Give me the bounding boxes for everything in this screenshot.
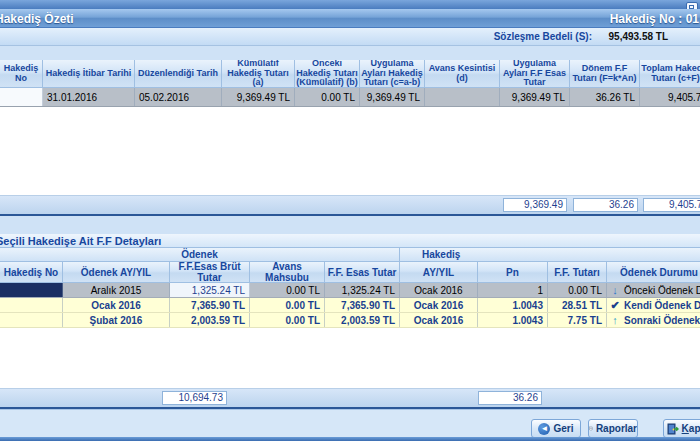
close-button[interactable]: Kapat xyxy=(663,419,700,438)
hakedis-grid-summary-row: 9,369.49 36.26 9,405.75 xyxy=(0,196,700,214)
cell-avans-mahsubu: 0.00 TL xyxy=(250,283,325,297)
window-background xyxy=(0,216,700,234)
window-top-strip xyxy=(0,0,700,9)
cell-hakedis-no xyxy=(0,313,63,327)
column-header-avans-mahsubu[interactable]: Avans Mahsubu xyxy=(250,262,325,283)
cell-odenek-durumu: ↓ Önceki Ödenek Diliminde xyxy=(607,283,700,297)
cell-ayyil: Ocak 2016 xyxy=(400,313,478,327)
reports-button[interactable]: Raporlar xyxy=(588,419,638,438)
title-bar: Hakediş Özeti Hakediş No : 01 xyxy=(0,9,700,28)
column-header-ff-tutari[interactable]: F.F. Tutarı xyxy=(548,262,607,283)
column-header-ff-esas-tutar[interactable]: Uygulama Ayları F.F Esas Tutar xyxy=(500,60,570,88)
back-arrow-icon: ◄ xyxy=(538,423,550,435)
column-header-hakedis-no-2[interactable]: Hakediş No xyxy=(0,262,63,283)
cell-pn: 1.0043 xyxy=(478,298,548,312)
up-arrow-icon: ↑ xyxy=(609,313,621,327)
column-header-uygulama-tutar[interactable]: Uygulama Ayları Hakediş Tutarı (c=a-b) xyxy=(360,60,425,88)
cell-odenek-ayyil: Aralık 2015 xyxy=(63,283,170,297)
contract-toolbar: Sözleşme Bedeli (S): 95,493.58 TL xyxy=(0,28,700,46)
cell-hakedis-no xyxy=(0,283,63,297)
cell-pn: 1 xyxy=(478,283,548,297)
column-header-onceki-tutar[interactable]: Önceki Hakediş Tutarı (Kümülatif) (b) xyxy=(295,60,360,88)
cell-pn: 1.0043 xyxy=(478,313,548,327)
ff-details-section-title: Seçili Hakedişe Ait F.F Detayları xyxy=(0,234,700,248)
hakedis-grid-selected-row[interactable]: 31.01.2016 05.02.2016 9,369.49 TL 0.00 T… xyxy=(0,88,700,107)
cell-odenek-durumu: ↑ Sonraki Ödenek Diliminde xyxy=(607,313,700,327)
cell-avans-mahsubu: 0.00 TL xyxy=(250,298,325,312)
column-header-toplam-tutar[interactable]: Toplam Hakediş Tutarı (c+F) xyxy=(640,60,700,88)
cell-uygulama-tutar: 9,369.49 TL xyxy=(360,88,425,106)
ff-grid-row-ocak-2016[interactable]: Ocak 2016 7,365.90 TL 0.00 TL 7,365.90 T… xyxy=(0,298,700,313)
page-title: Hakediş Özeti xyxy=(0,12,74,26)
cell-avans-mahsubu: 0.00 TL xyxy=(250,313,325,327)
column-header-ff-esas-brut[interactable]: F.F.Esas Brüt Tutar xyxy=(170,262,250,283)
summary-donem-ff-total: 36.26 xyxy=(573,198,638,212)
column-header-itibar-tarihi[interactable]: Hakediş İtibar Tarihi xyxy=(43,60,135,88)
title-hakedis-no: Hakediş No : 01 xyxy=(610,12,699,26)
cell-brut-tutar: 2,003.59 TL xyxy=(170,313,250,327)
column-header-hakedis-no[interactable]: Hakediş No xyxy=(0,60,43,88)
cell-kumulatif-tutar: 9,369.49 TL xyxy=(222,88,295,106)
column-header-ayyil[interactable]: AY/YIL xyxy=(400,262,478,283)
column-header-duzenlendigi-tarih[interactable]: Düzenlendiği Tarih xyxy=(135,60,222,88)
ff-grid-summary-row: 10,694.73 36.26 xyxy=(0,389,700,407)
down-arrow-icon: ↓ xyxy=(609,283,621,297)
cell-hakedis-no xyxy=(0,88,43,106)
check-icon: ✔ xyxy=(609,298,621,312)
column-header-donem-ff[interactable]: Dönem F.F Tutarı (F=k*An) xyxy=(570,60,640,88)
contract-amount-value: 95,493.58 TL xyxy=(609,31,668,42)
window-bottom-strip xyxy=(0,437,700,441)
odenek-durumu-text: Önceki Ödenek Diliminde xyxy=(624,283,700,297)
cell-ff-tutari: 28.51 TL xyxy=(548,298,607,312)
summary-brut-total: 10,694.73 xyxy=(162,391,227,405)
exit-door-icon xyxy=(667,423,679,435)
cell-odenek-ayyil: Ocak 2016 xyxy=(63,298,170,312)
cell-duzenlendigi-tarih: 05.02.2016 xyxy=(135,88,222,106)
column-header-kumulatif-tutar[interactable]: Kümülatif Hakediş Tutarı (a) xyxy=(222,60,295,88)
column-header-odenek-durumu[interactable]: Ödenek Durumu xyxy=(607,262,700,283)
cell-esas-tutar: 2,003.59 TL xyxy=(325,313,400,327)
cell-ayyil: Ocak 2016 xyxy=(400,283,478,297)
printer-icon xyxy=(589,423,593,434)
band-header-hakedis[interactable]: Hakediş xyxy=(400,248,700,262)
cell-donem-ff: 36.26 TL xyxy=(570,88,640,106)
summary-toplam-total: 9,405.75 xyxy=(643,198,700,212)
column-header-avans-kesintisi[interactable]: Avans Kesintisi (d) xyxy=(425,60,500,88)
footer-bar: ◄ Geri Raporlar Kapat xyxy=(0,409,700,437)
ff-grid-row-aralik-2015[interactable]: Aralık 2015 1,325.24 TL 0.00 TL 1,325.24… xyxy=(0,283,700,298)
cell-brut-tutar: 7,365.90 TL xyxy=(170,298,250,312)
cell-hakedis-no xyxy=(0,298,63,312)
odenek-durumu-text: Kendi Ödenek Diliminde xyxy=(624,298,700,312)
ff-grid-empty-area xyxy=(0,328,700,389)
odenek-durumu-text: Sonraki Ödenek Diliminde xyxy=(624,313,700,327)
cell-odenek-ayyil: Şubat 2016 xyxy=(63,313,170,327)
cell-avans-kesintisi xyxy=(425,88,500,106)
ff-grid-header: Hakediş No Ödenek AY/YIL F.F.Esas Brüt T… xyxy=(0,262,700,283)
back-button[interactable]: ◄ Geri xyxy=(531,419,581,438)
back-button-label: Geri xyxy=(553,423,573,434)
summary-ff-esas-total: 9,369.49 xyxy=(503,198,567,212)
cell-itibar-tarihi: 31.01.2016 xyxy=(43,88,135,106)
cell-brut-tutar: 1,325.24 TL xyxy=(170,283,250,297)
hakedis-grid-empty-area xyxy=(0,107,700,196)
cell-ff-tutari: 0.00 TL xyxy=(548,283,607,297)
cell-esas-tutar: 7,365.90 TL xyxy=(325,298,400,312)
summary-ff-total: 36.26 xyxy=(478,391,542,405)
reports-button-label: Raporlar xyxy=(596,423,637,434)
band-header-odenek[interactable]: Ödenek xyxy=(0,248,400,262)
ff-grid-row-subat-2016[interactable]: Şubat 2016 2,003.59 TL 0.00 TL 2,003.59 … xyxy=(0,313,700,328)
column-header-odenek-ayyil[interactable]: Ödenek AY/YIL xyxy=(63,262,170,283)
cell-esas-tutar: 1,325.24 TL xyxy=(325,283,400,297)
column-header-ff-esas-tutar-2[interactable]: F.F. Esas Tutar xyxy=(325,262,400,283)
cell-onceki-tutar: 0.00 TL xyxy=(295,88,360,106)
cell-toplam-tutar: 9,405.75 xyxy=(640,88,700,106)
ff-grid-band-row: Ödenek Hakediş xyxy=(0,248,700,262)
cell-odenek-durumu: ✔ Kendi Ödenek Diliminde xyxy=(607,298,700,312)
hakedis-grid-header: Hakediş No Hakediş İtibar Tarihi Düzenle… xyxy=(0,60,700,88)
cell-ff-esas-tutar: 9,369.49 TL xyxy=(500,88,570,106)
close-button-label: Kapat xyxy=(682,423,700,434)
cell-ayyil: Ocak 2016 xyxy=(400,298,478,312)
contract-amount-label: Sözleşme Bedeli (S): xyxy=(494,31,592,42)
column-header-pn[interactable]: Pn xyxy=(478,262,548,283)
cell-ff-tutari: 7.75 TL xyxy=(548,313,607,327)
